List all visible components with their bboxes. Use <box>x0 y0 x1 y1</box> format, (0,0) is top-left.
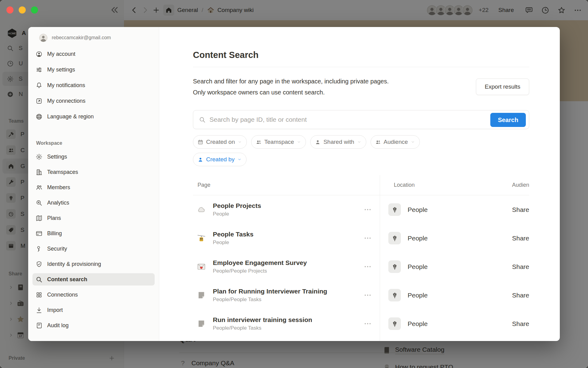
location-cell: People <box>380 203 428 216</box>
table-row[interactable]: Plan for Running Interviewer Training Pe… <box>193 281 529 309</box>
settings-menu-item[interactable]: My connections <box>32 95 155 107</box>
filter-chip[interactable]: Created on <box>193 135 247 149</box>
settings-menu-item[interactable]: Content search <box>32 273 155 286</box>
column-header-location: Location <box>380 182 415 188</box>
settings-menu-item[interactable]: Language & region <box>32 110 155 123</box>
filter-chip[interactable]: Teamspace <box>251 135 306 149</box>
menu-item-label: Content search <box>47 276 87 283</box>
menu-item-label: Language & region <box>47 113 94 120</box>
description-line: Only workspace owners can use content se… <box>193 87 450 98</box>
column-divider <box>380 175 380 341</box>
settings-menu-item[interactable]: Plans <box>32 212 155 224</box>
page-cell: People Projects People <box>193 202 380 217</box>
settings-menu-item[interactable]: Connections <box>32 289 155 301</box>
account-row: rebeccamcakir@gmail.com <box>28 34 159 42</box>
settings-menu-item[interactable]: Members <box>32 181 155 194</box>
settings-menu-item[interactable]: Security <box>32 243 155 255</box>
teamspace-flower-icon <box>391 292 398 299</box>
page-path: People/People Projects <box>213 268 307 274</box>
close-window-button[interactable] <box>6 6 13 13</box>
menu-item-label: My settings <box>47 67 75 73</box>
row-more-icon[interactable] <box>364 291 372 299</box>
chevron-down-icon <box>238 140 242 144</box>
settings-menu-item[interactable]: Billing <box>32 227 155 240</box>
page-path: People/People Tasks <box>213 297 327 303</box>
table-row[interactable]: Employee Engagement Survey People/People… <box>193 252 529 281</box>
settings-menu-item[interactable]: Analytics <box>32 197 155 209</box>
filter-label: Shared with <box>323 139 354 145</box>
row-more-icon[interactable] <box>364 320 372 328</box>
menu-item-icon <box>36 322 43 329</box>
menu-item-icon <box>36 66 43 73</box>
filter-chip[interactable]: Shared with <box>310 135 366 149</box>
filter-chips: Created on Teamspace Shared with Audienc… <box>193 135 529 149</box>
chevron-down-icon <box>411 140 415 144</box>
page-path: People <box>213 211 261 217</box>
menu-item-icon <box>36 215 43 222</box>
settings-menu-item[interactable]: My account <box>32 48 155 60</box>
search-input[interactable]: Search by page ID, title or content Sear… <box>193 110 529 129</box>
table-row[interactable]: People Projects People People Share <box>193 195 529 224</box>
filter-icon <box>256 139 262 145</box>
content-search-panel: Content Search Search and filter for any… <box>159 27 560 341</box>
location-cell: People <box>380 232 428 244</box>
menu-item-label: Audit log <box>47 322 69 329</box>
app-window: General / Company wiki +22 Share ACME A <box>0 0 588 368</box>
page-title: Plan for Running Interviewer Training <box>213 288 327 295</box>
table-row[interactable]: People Tasks People People Share <box>193 224 529 252</box>
settings-menu: rebeccamcakir@gmail.com My account My se… <box>28 27 159 341</box>
location-tile <box>388 317 401 330</box>
menu-item-icon <box>36 153 43 160</box>
location-label: People <box>408 292 428 299</box>
zoom-window-button[interactable] <box>31 6 38 13</box>
location-label: People <box>408 235 428 242</box>
filter-chips-row2: Created by <box>193 153 529 166</box>
page-title: People Tasks <box>213 231 254 238</box>
menu-item-icon <box>36 169 43 176</box>
page-icon <box>197 233 206 243</box>
menu-item-label: Connections <box>47 292 78 298</box>
audience-value: Share <box>512 235 529 242</box>
menu-item-icon <box>36 51 43 58</box>
menu-item-icon <box>36 184 43 191</box>
account-menu: My account My settings My notifications … <box>28 48 159 123</box>
settings-menu-item[interactable]: My settings <box>32 63 155 76</box>
row-more-icon[interactable] <box>364 205 372 214</box>
workspace-menu: Settings Teamspaces Members Analytics Pl… <box>28 151 159 332</box>
settings-menu-item[interactable]: Import <box>32 304 155 316</box>
settings-menu-item[interactable]: Settings <box>32 151 155 163</box>
table-row[interactable]: Run interviewer training session People/… <box>193 309 529 338</box>
account-email: rebeccamcakir@gmail.com <box>52 35 111 40</box>
table-body: People Projects People People Share <box>193 195 529 338</box>
settings-menu-item[interactable]: Identity & provisioning <box>32 258 155 270</box>
page-cell: Run interviewer training session People/… <box>193 316 380 331</box>
export-results-button[interactable]: Export results <box>476 79 529 95</box>
menu-item-icon <box>36 307 43 314</box>
teamspace-flower-icon <box>391 263 398 270</box>
menu-item-icon <box>36 276 43 283</box>
filter-chip[interactable]: Created by <box>193 153 247 166</box>
menu-item-label: Analytics <box>47 200 69 206</box>
row-more-icon[interactable] <box>364 234 372 242</box>
minimize-window-button[interactable] <box>19 6 26 13</box>
column-header-audience: Audien <box>512 182 529 188</box>
description-line: Search and filter for any page in the wo… <box>193 76 450 87</box>
settings-menu-item[interactable]: Audit log <box>32 319 155 332</box>
teamspace-flower-icon <box>391 320 398 328</box>
search-button[interactable]: Search <box>490 113 526 127</box>
page-cell: Employee Engagement Survey People/People… <box>193 259 380 274</box>
menu-item-label: My connections <box>47 98 85 104</box>
location-label: People <box>408 320 428 328</box>
page-icon <box>197 262 206 271</box>
row-more-icon[interactable] <box>364 263 372 271</box>
chevron-down-icon <box>357 140 361 144</box>
location-tile <box>388 289 401 301</box>
location-cell: People <box>380 317 428 330</box>
location-label: People <box>408 263 428 270</box>
page-title: People Projects <box>213 202 261 209</box>
filter-chip[interactable]: Audience <box>371 135 420 149</box>
filter-label: Created on <box>206 139 235 145</box>
settings-menu-item[interactable]: Teamspaces <box>32 166 155 178</box>
settings-menu-item[interactable]: My notifications <box>32 79 155 91</box>
chevron-down-icon <box>237 157 242 162</box>
